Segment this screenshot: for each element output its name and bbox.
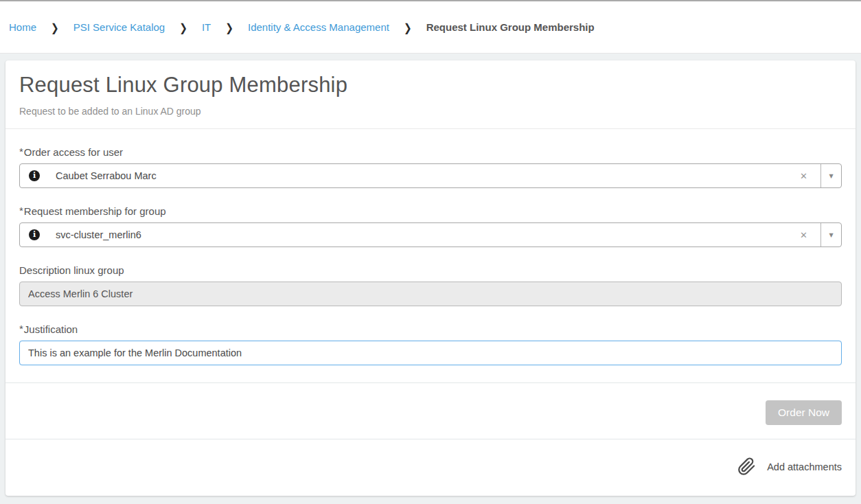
form-actions: Order Now (5, 383, 856, 439)
chevron-right-icon: ❯ (179, 21, 187, 33)
caret-down-icon: ▼ (829, 173, 833, 179)
user-select-combobox[interactable]: i Caubet Serrabou Marc ✕ ▼ (19, 163, 842, 188)
page-title: Request Linux Group Membership (19, 73, 842, 98)
chevron-right-icon: ❯ (225, 21, 233, 33)
field-label: Description linux group (19, 264, 842, 276)
field-request-membership-for-group: *Request membership for group i svc-clus… (19, 205, 842, 247)
group-select-dropdown-toggle[interactable]: ▼ (821, 223, 841, 247)
form-fields: *Order access for user i Caubet Serrabou… (5, 129, 856, 382)
breadcrumb-item-psi-service-katalog[interactable]: PSI Service Katalog (73, 21, 165, 33)
caret-down-icon: ▼ (829, 232, 833, 238)
field-label: *Request membership for group (19, 205, 842, 217)
chevron-right-icon: ❯ (404, 21, 412, 33)
field-label: *Order access for user (19, 146, 842, 158)
description-linux-group-field (19, 282, 842, 306)
user-select-dropdown-toggle[interactable]: ▼ (821, 164, 841, 187)
user-select-value-area[interactable]: i Caubet Serrabou Marc ✕ (20, 164, 820, 187)
info-circle-icon: i (29, 170, 40, 181)
justification-field[interactable] (19, 341, 842, 365)
paperclip-icon (737, 457, 756, 476)
breadcrumb-item-identity-access-management[interactable]: Identity & Access Management (248, 21, 389, 33)
info-circle-icon: i (29, 229, 40, 240)
breadcrumb: Home ❯ PSI Service Katalog ❯ IT ❯ Identi… (0, 1, 861, 54)
field-order-access-for-user: *Order access for user i Caubet Serrabou… (19, 146, 842, 188)
attachments-section: Add attachments (5, 439, 856, 476)
required-asterisk: * (19, 146, 23, 157)
group-select-combobox[interactable]: i svc-cluster_merlin6 ✕ ▼ (19, 222, 842, 247)
chevron-right-icon: ❯ (51, 21, 59, 33)
page-subtitle: Request to be added to an Linux AD group (19, 106, 842, 117)
required-asterisk: * (19, 205, 23, 216)
breadcrumb-item-current: Request Linux Group Membership (426, 21, 595, 33)
required-asterisk: * (19, 323, 23, 334)
field-justification: *Justification (19, 323, 842, 365)
breadcrumb-item-it[interactable]: IT (202, 21, 211, 33)
page-body: Request Linux Group Membership Request t… (0, 54, 861, 496)
request-form-card: Request Linux Group Membership Request t… (5, 60, 856, 496)
group-select-selected-value: svc-cluster_merlin6 (56, 229, 797, 240)
group-select-value-area[interactable]: i svc-cluster_merlin6 ✕ (20, 223, 820, 247)
add-attachments-button[interactable]: Add attachments (737, 457, 842, 476)
field-description-linux-group: Description linux group (19, 264, 842, 306)
breadcrumb-item-home[interactable]: Home (9, 21, 36, 33)
order-now-button[interactable]: Order Now (766, 400, 842, 425)
field-label: *Justification (19, 323, 842, 335)
user-select-selected-value: Caubet Serrabou Marc (56, 170, 797, 181)
add-attachments-label: Add attachments (767, 461, 842, 472)
form-header: Request Linux Group Membership Request t… (5, 60, 856, 129)
clear-selection-icon[interactable]: ✕ (797, 229, 810, 242)
clear-selection-icon[interactable]: ✕ (797, 170, 810, 183)
